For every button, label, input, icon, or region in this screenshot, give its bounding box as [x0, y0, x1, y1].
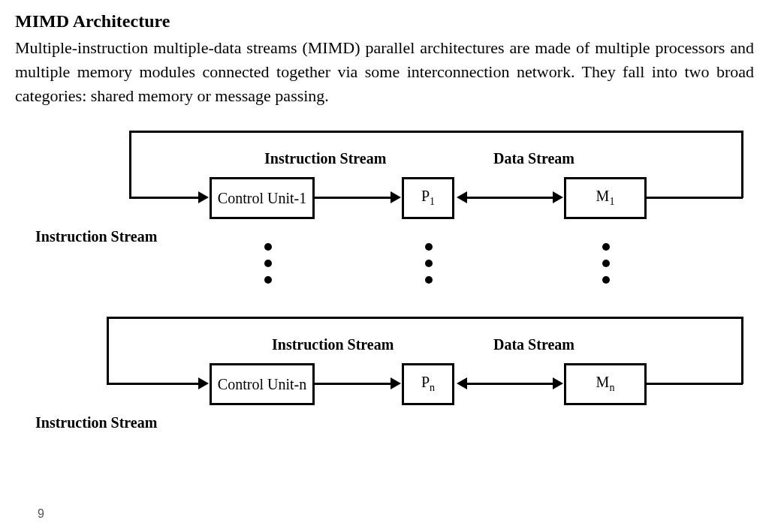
label-instr-top-1: Instruction Stream: [264, 150, 386, 167]
line-c-p-1: [315, 197, 394, 199]
dot: [264, 260, 272, 267]
m1-sub: 1: [609, 196, 614, 207]
frame-left-1: [129, 131, 131, 198]
arrow-to-control-n: [198, 377, 209, 389]
line-to-control-n: [107, 383, 201, 385]
line-m-right-1: [647, 197, 743, 199]
mimd-diagram: Instruction Stream Data Stream Control U…: [32, 131, 737, 446]
arrow-pm-right-n: [553, 377, 563, 389]
mn-box: Mn: [564, 363, 647, 405]
dots-p: [425, 243, 433, 284]
mn-label: M: [596, 374, 610, 390]
frame-right-n: [741, 317, 743, 384]
line-c-p-n: [315, 383, 394, 385]
mn-sub: n: [609, 382, 614, 393]
frame-top-1: [129, 131, 743, 133]
line-p-m-n: [466, 383, 556, 385]
p1-sub: 1: [430, 196, 435, 207]
pn-label: P: [421, 374, 430, 390]
pn-box: Pn: [402, 363, 454, 405]
dots-m: [602, 243, 610, 284]
dot: [425, 260, 433, 267]
m1-label: M: [596, 188, 610, 204]
label-data-top-1: Data Stream: [493, 150, 574, 167]
line-m-right-n: [647, 383, 743, 385]
p1-label: P: [421, 188, 430, 204]
dot: [602, 260, 610, 267]
line-p-m-1: [466, 197, 556, 199]
control-unit-n-box: Control Unit-n: [210, 363, 315, 405]
dot: [425, 243, 433, 251]
frame-left-n: [107, 317, 109, 384]
pn-sub: n: [430, 382, 435, 393]
dot: [602, 243, 610, 251]
arrow-pm-right-1: [553, 191, 563, 203]
frame-right-1: [741, 131, 743, 198]
arrow-to-control-1: [198, 191, 209, 203]
dot: [264, 276, 272, 284]
label-data-top-n: Data Stream: [493, 336, 574, 353]
p1-box: P1: [402, 177, 454, 219]
arrow-c-p-1: [391, 191, 401, 203]
body-paragraph: Multiple-instruction multiple-data strea…: [15, 36, 754, 108]
control-unit-1-box: Control Unit-1: [210, 177, 315, 219]
label-instr-top-n: Instruction Stream: [272, 336, 394, 353]
label-instr-left-1: Instruction Stream: [35, 228, 157, 245]
frame-top-n: [107, 317, 743, 319]
dot: [602, 276, 610, 284]
m1-box: M1: [564, 177, 647, 219]
label-instr-left-n: Instruction Stream: [35, 414, 157, 431]
page-heading: MIMD Architecture: [15, 11, 754, 32]
arrow-c-p-n: [391, 377, 401, 389]
dot: [425, 276, 433, 284]
line-to-control-1: [129, 197, 201, 199]
page-number: 9: [38, 507, 44, 521]
dot: [264, 243, 272, 251]
dots-control: [264, 243, 272, 284]
